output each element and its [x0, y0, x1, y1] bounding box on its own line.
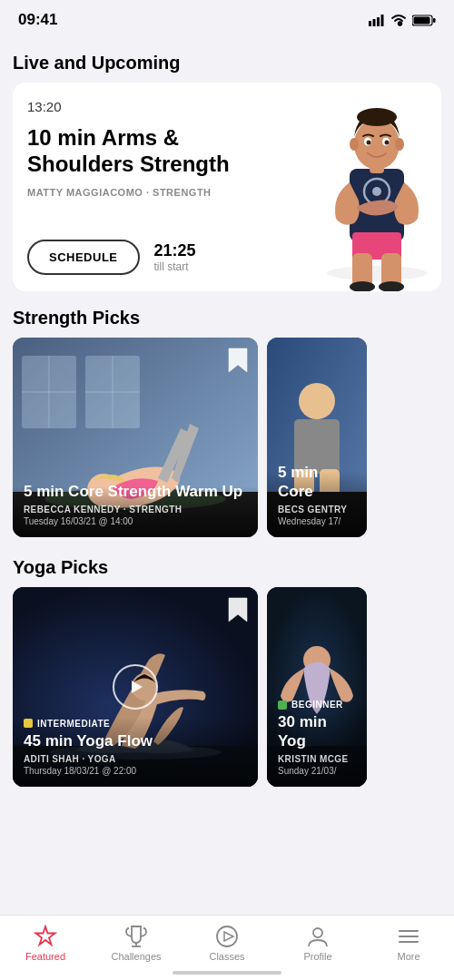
live-card-left: 13:20 10 min Arms &Shoulders Strength MA… — [27, 99, 300, 275]
svg-point-24 — [395, 138, 404, 151]
svg-point-22 — [385, 141, 390, 145]
live-type: STRENGTH — [153, 187, 212, 198]
yoga-card-2-date: Sunday 21/03/ — [278, 766, 356, 776]
nav-label-more: More — [397, 951, 419, 962]
nav-item-featured[interactable]: Featured — [14, 925, 77, 962]
bookmark-icon-yoga-1[interactable] — [227, 596, 249, 623]
level-dot-2 — [278, 701, 287, 710]
live-meta: MATTY MAGGIACOMO · STRENGTH — [27, 187, 300, 198]
play-circle-icon — [215, 925, 239, 948]
nav-item-more[interactable]: More — [377, 925, 440, 962]
live-instructor: MATTY MAGGIACOMO — [27, 187, 143, 198]
svg-rect-6 — [414, 16, 430, 24]
bookmark-icon-strength-1[interactable] — [227, 347, 249, 374]
svg-rect-2 — [377, 17, 380, 26]
trophy-icon — [124, 925, 148, 948]
svg-rect-3 — [381, 15, 384, 26]
person-icon — [306, 925, 330, 948]
status-icons — [369, 14, 436, 26]
trainer-image — [300, 99, 427, 275]
till-start-label: till start — [154, 260, 189, 273]
till-start: 21:25 till start — [154, 241, 196, 273]
nav-label-profile: Profile — [303, 951, 331, 962]
svg-point-21 — [367, 141, 371, 145]
strength-card-1-overlay: 5 min Core Strength Warm Up REBECCA KENN… — [13, 474, 258, 537]
menu-icon — [397, 925, 420, 948]
nav-label-challenges: Challenges — [111, 951, 161, 962]
strength-card-1[interactable]: 5 min Core Strength Warm Up REBECCA KENN… — [13, 338, 258, 537]
strength-card-1-title: 5 min Core Strength Warm Up — [24, 483, 247, 501]
till-start-time: 21:25 — [154, 241, 196, 260]
yoga-card-2[interactable]: BEGINNER 30 min Yog KRISTIN MCGE Sunday … — [267, 587, 367, 787]
strength-section-title: Strength Picks — [13, 308, 441, 328]
svg-rect-1 — [373, 19, 376, 26]
svg-point-7 — [327, 266, 427, 280]
nav-label-classes: Classes — [209, 951, 244, 962]
play-button[interactable] — [113, 664, 158, 710]
yoga-card-2-overlay: BEGINNER 30 min Yog KRISTIN MCGE Sunday … — [267, 691, 367, 787]
yoga-level-badge-2: BEGINNER — [278, 700, 356, 710]
status-time: 09:41 — [18, 11, 57, 29]
svg-point-59 — [313, 928, 322, 937]
yoga-card-2-instructor: KRISTIN MCGE — [278, 754, 356, 764]
strength-card-2-title: 5 min Core — [278, 464, 356, 501]
live-workout-title: 10 min Arms &Shoulders Strength — [27, 125, 300, 178]
strength-card-2[interactable]: 5 min Core BECS GENTRY Wednesday 17/ — [267, 338, 367, 537]
status-bar: 09:41 — [0, 0, 454, 36]
svg-point-39 — [299, 383, 335, 419]
svg-point-18 — [357, 108, 397, 126]
strength-card-1-instructor: REBECCA KENNEDY · STRENGTH — [24, 505, 247, 514]
strength-card-2-overlay: 5 min Core BECS GENTRY Wednesday 17/ — [267, 455, 367, 537]
star-icon — [34, 925, 57, 948]
live-timer: 13:20 — [27, 99, 300, 114]
nav-item-challenges[interactable]: Challenges — [104, 925, 168, 962]
instructor-figure — [318, 92, 436, 291]
strength-card-1-date: Tuesday 16/03/21 @ 14:00 — [24, 516, 247, 526]
nav-item-classes[interactable]: Classes — [195, 925, 259, 962]
svg-point-23 — [350, 138, 359, 151]
yoga-level-badge-1: INTERMEDIATE — [24, 719, 247, 729]
yoga-section-title: Yoga Picks — [13, 557, 441, 578]
yoga-card-1[interactable]: INTERMEDIATE 45 min Yoga Flow ADITI SHAH… — [13, 587, 258, 787]
nav-label-featured: Featured — [25, 951, 65, 962]
live-dot: · — [146, 187, 153, 198]
live-card: 13:20 10 min Arms &Shoulders Strength MA… — [13, 83, 441, 291]
svg-rect-0 — [369, 21, 371, 26]
yoga-card-1-instructor: ADITI SHAH · YOGA — [24, 754, 247, 764]
strength-card-2-date: Wednesday 17/ — [278, 516, 356, 526]
yoga-card-2-title: 30 min Yog — [278, 713, 356, 750]
svg-point-17 — [354, 119, 400, 170]
strength-card-2-instructor: BECS GENTRY — [278, 505, 356, 514]
wifi-icon — [390, 14, 407, 26]
yoga-card-1-overlay: INTERMEDIATE 45 min Yoga Flow ADITI SHAH… — [13, 710, 258, 787]
yoga-scroll-row: INTERMEDIATE 45 min Yoga Flow ADITI SHAH… — [0, 587, 454, 790]
play-icon — [126, 678, 144, 696]
svg-marker-58 — [224, 932, 233, 941]
level-dot-1 — [24, 719, 33, 728]
schedule-button[interactable]: SCHEDULE — [27, 240, 140, 275]
svg-marker-49 — [132, 681, 143, 693]
live-section-title: Live and Upcoming — [13, 53, 441, 74]
signal-icon — [369, 15, 385, 26]
battery-icon — [412, 15, 436, 26]
strength-scroll-row: 5 min Core Strength Warm Up REBECCA KENN… — [0, 338, 454, 541]
yoga-card-1-date: Thursday 18/03/21 @ 22:00 — [24, 766, 247, 776]
svg-rect-5 — [433, 18, 436, 23]
home-indicator — [173, 971, 281, 975]
svg-point-10 — [372, 187, 381, 196]
live-bottom: SCHEDULE 21:25 till start — [27, 240, 300, 275]
main-content: Live and Upcoming 13:20 10 min Arms &Sho… — [0, 53, 454, 790]
nav-item-profile[interactable]: Profile — [286, 925, 350, 962]
yoga-card-1-title: 45 min Yoga Flow — [24, 732, 247, 750]
